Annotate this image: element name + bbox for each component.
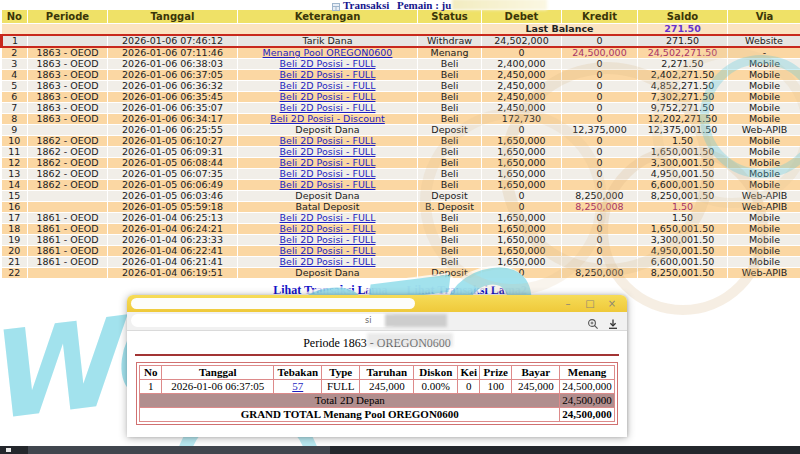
- keterangan-link[interactable]: Beli 2D Posisi - FULL: [280, 158, 376, 169]
- cell-periode: 1862 - OEOD: [28, 136, 108, 147]
- keterangan-link[interactable]: Beli 2D Posisi - FULL: [280, 59, 376, 70]
- cell-kredit: 0: [562, 136, 638, 147]
- cell-no: 15: [2, 191, 28, 202]
- bet-column-header-kei: Kei: [458, 366, 480, 380]
- popup-search-input[interactable]: [131, 314, 397, 327]
- table-row: 71863 - OEOD2026-01-06 06:35:07Beli 2D P…: [2, 103, 800, 114]
- keterangan-link[interactable]: Beli 2D Posisi - FULL: [280, 92, 376, 103]
- cell-keterangan: Beli 2D Posisi - FULL: [238, 257, 418, 268]
- keterangan-link[interactable]: Beli 2D Posisi - Discount: [270, 114, 385, 125]
- last-balance-spacer: [2, 24, 482, 36]
- cell-status: Beli: [418, 136, 482, 147]
- maximize-button[interactable]: □: [579, 295, 601, 312]
- table-row: 211861 - OEOD2026-01-04 06:21:41Beli 2D …: [2, 257, 800, 268]
- cell-via: Mobile: [728, 70, 800, 81]
- popup-titlebar[interactable]: – □ ×: [127, 295, 627, 312]
- cell-debet: 1,650,000: [482, 169, 562, 180]
- transaksi-link[interactable]: Transaksi: [343, 0, 389, 11]
- cell-tanggal: 2026-01-05 06:08:44: [108, 158, 238, 169]
- cell-debet: 24,502,000: [482, 35, 562, 47]
- cell-periode: 1863 - OEOD: [28, 114, 108, 125]
- keterangan-link[interactable]: Beli 2D Posisi - FULL: [280, 224, 376, 235]
- cell-keterangan: Batal Deposit: [238, 202, 418, 213]
- download-icon[interactable]: [607, 315, 619, 327]
- cell-no: 10: [2, 136, 28, 147]
- cell-periode: 1863 - OEOD: [28, 81, 108, 92]
- cell-debet: 2,450,000: [482, 81, 562, 92]
- keterangan-link[interactable]: Beli 2D Posisi - FULL: [280, 136, 376, 147]
- cell-kredit: 0: [562, 158, 638, 169]
- cell-saldo: 1,650,001.50: [638, 147, 728, 158]
- table-row: 162026-01-05 05:59:18Batal DepositB. Dep…: [2, 202, 800, 213]
- cell-no: 3: [2, 59, 28, 70]
- cell-saldo: 9,752,271.50: [638, 103, 728, 114]
- keterangan-link[interactable]: Beli 2D Posisi - FULL: [280, 235, 376, 246]
- cell-status: Deposit: [418, 268, 482, 279]
- cell-saldo: 1.50: [638, 202, 728, 213]
- cell-status: Beli: [418, 147, 482, 158]
- keterangan-link[interactable]: Menang Pool OREGON0600: [263, 47, 393, 58]
- cell-keterangan: Beli 2D Posisi - FULL: [238, 169, 418, 180]
- cell-status: Beli: [418, 169, 482, 180]
- popup-address-field[interactable]: [131, 298, 415, 309]
- cell-status: Beli: [418, 92, 482, 103]
- cell-debet: 1,650,000: [482, 224, 562, 235]
- redacted-title-text: [367, 333, 453, 347]
- tebakan-link[interactable]: 57: [292, 380, 303, 392]
- table-row: 191861 - OEOD2026-01-04 06:23:33Beli 2D …: [2, 235, 800, 246]
- taskbar[interactable]: [0, 446, 800, 454]
- cell-debet: 1,650,000: [482, 257, 562, 268]
- keterangan-link[interactable]: Beli 2D Posisi - FULL: [280, 81, 376, 92]
- cell-tanggal: 2026-01-06 06:25:55: [108, 125, 238, 136]
- cell-keterangan: Beli 2D Posisi - FULL: [238, 92, 418, 103]
- cell-keterangan: Beli 2D Posisi - FULL: [238, 59, 418, 70]
- bet-cell-type: FULL: [322, 380, 360, 394]
- bet-table: NoTanggalTebakanTypeTaruhanDiskonKeiPriz…: [139, 365, 615, 422]
- bet-table-row: 12026-01-06 06:37:0557FULL245,0000.00%01…: [140, 380, 615, 394]
- keterangan-link[interactable]: Beli 2D Posisi - FULL: [280, 213, 376, 224]
- cell-kredit: 0: [562, 246, 638, 257]
- minimize-button[interactable]: –: [557, 295, 579, 312]
- cell-keterangan: Beli 2D Posisi - FULL: [238, 158, 418, 169]
- cell-keterangan: Beli 2D Posisi - FULL: [238, 136, 418, 147]
- keterangan-link[interactable]: Beli 2D Posisi - FULL: [280, 169, 376, 180]
- cell-via: Mobile: [728, 158, 800, 169]
- cell-status: Deposit: [418, 191, 482, 202]
- total-row: Total 2D Depan 24,500,000: [140, 394, 615, 408]
- cell-no: 18: [2, 224, 28, 235]
- keterangan-link[interactable]: Beli 2D Posisi - FULL: [280, 257, 376, 268]
- zoom-icon[interactable]: [587, 315, 599, 327]
- keterangan-link[interactable]: Beli 2D Posisi - FULL: [280, 246, 376, 257]
- table-row: 171861 - OEOD2026-01-04 06:25:13Beli 2D …: [2, 213, 800, 224]
- keterangan-link[interactable]: Beli 2D Posisi - FULL: [280, 147, 376, 158]
- keterangan-link[interactable]: Beli 2D Posisi - FULL: [280, 180, 376, 191]
- cell-debet: 1,650,000: [482, 180, 562, 191]
- cell-status: Beli: [418, 213, 482, 224]
- cell-no: 20: [2, 246, 28, 257]
- cell-no: 7: [2, 103, 28, 114]
- cell-tanggal: 2026-01-06 07:46:12: [108, 35, 238, 47]
- cell-keterangan: Beli 2D Posisi - FULL: [238, 246, 418, 257]
- cell-periode: [28, 191, 108, 202]
- keterangan-link[interactable]: Beli 2D Posisi - FULL: [280, 103, 376, 114]
- cell-kredit: 12,375,000: [562, 125, 638, 136]
- cell-status: Beli: [418, 224, 482, 235]
- bet-table-header-row: NoTanggalTebakanTypeTaruhanDiskonKeiPriz…: [140, 366, 615, 380]
- cell-via: Web-APIB: [728, 191, 800, 202]
- cell-debet: 2,400,000: [482, 59, 562, 70]
- cell-keterangan: Tarik Dana: [238, 35, 418, 47]
- cell-tanggal: 2026-01-06 06:38:03: [108, 59, 238, 70]
- table-row: 31863 - OEOD2026-01-06 06:38:03Beli 2D P…: [2, 59, 800, 70]
- cell-keterangan: Deposit Dana: [238, 125, 418, 136]
- close-button[interactable]: ×: [601, 295, 623, 312]
- keterangan-link[interactable]: Beli 2D Posisi - FULL: [280, 70, 376, 81]
- cell-via: Mobile: [728, 224, 800, 235]
- cell-no: 9: [2, 125, 28, 136]
- cell-tanggal: 2026-01-05 06:07:35: [108, 169, 238, 180]
- column-header-status: Status: [418, 10, 482, 24]
- cell-saldo: 271.50: [638, 35, 728, 47]
- column-header-via: Via: [728, 10, 800, 24]
- cell-status: Beli: [418, 59, 482, 70]
- column-header-tanggal: Tanggal: [108, 10, 238, 24]
- cell-status: Beli: [418, 103, 482, 114]
